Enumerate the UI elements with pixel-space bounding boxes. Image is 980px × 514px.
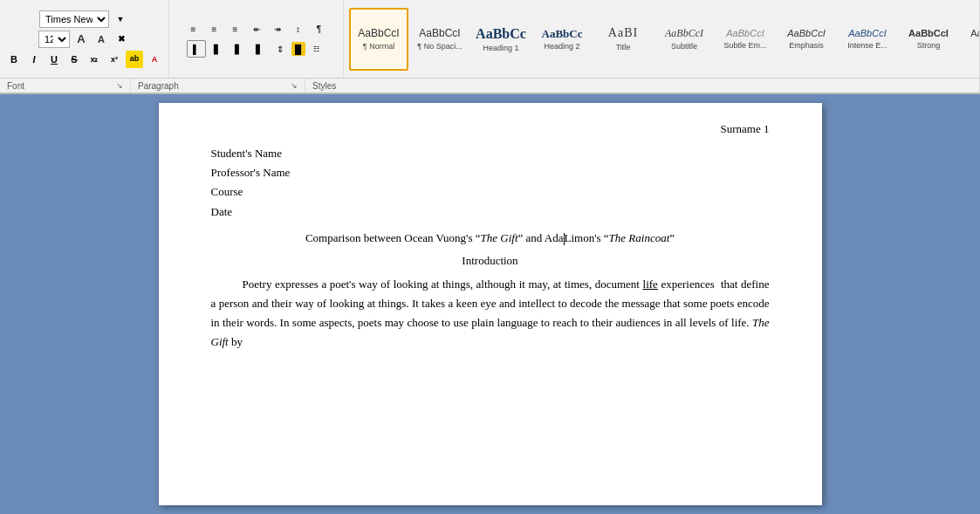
style-item-emphasis[interactable]: AaBbCcIEmphasis [777,8,836,71]
style-item-heading1[interactable]: AaBbCcHeading 1 [471,8,531,71]
student-name-line: Student's Name [211,145,770,162]
underline-button[interactable]: U [45,51,63,68]
font-section: Times New Roman ▼ 12 A A ✖ B I U S x₂ x²… [0,0,169,78]
body-gift-italic: The Gift [211,316,770,348]
body-paragraph: Poetry expresses a poet's way of looking… [211,275,770,352]
font-color-button[interactable]: A [146,51,163,68]
align-center-button[interactable]: ▋ [208,40,227,58]
text-cursor [564,233,565,245]
font-size-select[interactable]: 12 [38,31,70,48]
font-section-label: Font [7,81,24,91]
body-underline-life: life [643,278,658,291]
style-item-intense-em[interactable]: AaBbCcIIntense E... [838,8,897,71]
course-line: Course [211,183,770,201]
font-label: Font ↘ [0,79,131,93]
course-text: Course [211,185,243,198]
bold-button[interactable]: B [5,51,23,68]
date-line: Date [211,203,770,221]
student-name-text: Student's Name [211,147,282,160]
font-expander[interactable]: ↘ [116,81,123,90]
title-raincoat-italic: The Raincoat [609,231,670,244]
intro-heading: Introduction [211,252,770,270]
toolbar: Times New Roman ▼ 12 A A ✖ B I U S x₂ x²… [0,0,980,79]
paragraph-section: ≡ ≡ ≡ ↞ ↠ ↕ ¶ ▌ ▋ ▋ ▋ ⇕ █ ☷ [169,0,344,78]
font-shrink-button[interactable]: A [93,31,110,48]
clear-format-button[interactable]: ✖ [113,31,130,48]
numbered-list-button[interactable]: ≡ [205,20,224,38]
font-grow-button[interactable]: A [72,31,90,48]
styles-section: AaBbCcI¶ NormalAaBbCcI¶ No Spaci...AaBbC… [344,0,980,78]
shading-button[interactable]: █ [291,42,305,56]
title-gift-italic: The Gift [481,231,518,244]
header-text: Surname 1 [721,122,770,135]
justify-button[interactable]: ▋ [250,40,269,58]
styles-label: Styles [305,79,980,93]
professor-name-line: Professor's Name [211,164,770,182]
style-item-subtle-em[interactable]: AaBbCcISubtle Em... [716,8,775,71]
toolbar-labels: Font ↘ Paragraph ↘ Styles [0,79,980,94]
style-item-normal[interactable]: AaBbCcI¶ Normal [349,8,408,71]
align-right-button[interactable]: ▋ [229,40,248,58]
line-spacing-button[interactable]: ⇕ [271,40,290,58]
paragraph-section-label: Paragraph [138,81,179,91]
align-left-button[interactable]: ▌ [187,40,206,58]
bullet-list-button[interactable]: ≡ [184,20,203,38]
style-item-title[interactable]: AaBITitle [593,8,653,71]
page-header: Surname 1 [211,120,770,138]
borders-button[interactable]: ☷ [307,40,326,58]
style-item-subtitle[interactable]: AaBbCcISubtitle [654,8,714,71]
style-item-strong[interactable]: AaBbCcIStrong [899,8,958,71]
font-family-select[interactable]: Times New Roman [39,10,109,28]
decrease-indent-button[interactable]: ↞ [247,20,266,38]
style-item-no-spacing[interactable]: AaBbCcI¶ No Spaci... [410,8,469,71]
show-formatting-button[interactable]: ¶ [310,20,329,38]
paragraph-expander[interactable]: ↘ [291,81,298,90]
styles-container: AaBbCcI¶ NormalAaBbCcI¶ No Spaci...AaBbC… [349,3,980,74]
increase-indent-button[interactable]: ↠ [268,20,287,38]
strikethrough-button[interactable]: S [65,51,83,68]
style-item-more[interactable]: AaBbCcI... [960,8,980,71]
date-text: Date [211,205,233,218]
superscript-button[interactable]: x² [106,51,123,68]
sort-button[interactable]: ↕ [289,20,308,38]
styles-section-label: Styles [312,81,336,91]
multilevel-list-button[interactable]: ≡ [226,20,245,38]
subscript-button[interactable]: x₂ [86,51,103,68]
essay-title: Comparison between Ocean Vuong's “The Gi… [211,230,770,247]
intro-text: Introduction [462,254,517,267]
professor-name-text: Professor's Name [211,166,291,179]
italic-button[interactable]: I [25,51,43,68]
style-item-heading2[interactable]: AaBbCcHeading 2 [532,8,592,71]
document-area: Surname 1 Student's Name Professor's Nam… [0,94,980,514]
page[interactable]: Surname 1 Student's Name Professor's Nam… [159,103,822,505]
highlight-button[interactable]: ab [126,51,143,68]
paragraph-label: Paragraph ↘ [131,79,305,93]
font-dialog-button[interactable]: ▼ [112,10,129,28]
